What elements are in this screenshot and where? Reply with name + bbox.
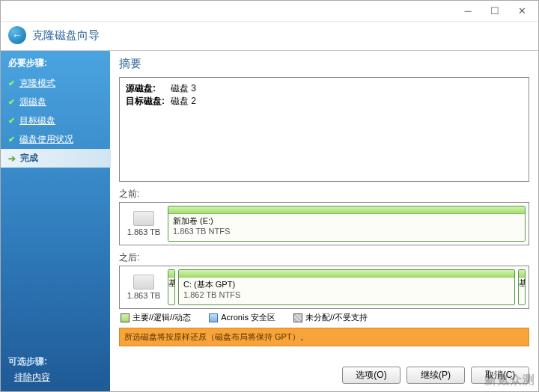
partition-usage-bar — [179, 270, 514, 278]
gpt-notice: 所选磁盘将按原样还原（磁盘布局将保持 GPT）。 — [119, 328, 529, 346]
after-label: 之后: — [119, 251, 529, 264]
cancel-button[interactable]: 取消(C) — [471, 367, 529, 384]
check-icon: ✔ — [8, 135, 15, 144]
summary-box: 源磁盘: 磁盘 3 目标磁盘: 磁盘 2 — [119, 77, 529, 182]
step-label: 目标磁盘 — [19, 114, 55, 127]
wizard-title: 克隆磁盘向导 — [32, 28, 100, 43]
summary-title: 摘要 — [119, 57, 529, 71]
header: ← 克隆磁盘向导 — [1, 22, 538, 50]
disk-size: 1.863 TB — [127, 291, 160, 300]
legend-label: Acronis 安全区 — [221, 312, 275, 323]
target-row: 目标磁盘: 磁盘 2 — [126, 95, 523, 108]
check-icon: ✔ — [8, 97, 15, 107]
legend: 主要//逻辑//动态 Acronis 安全区 未分配//不受支持 — [119, 309, 529, 326]
partition-detail: 1.862 TB NTFS — [183, 290, 510, 299]
step-source-disk[interactable]: ✔ 源磁盘 — [1, 93, 110, 111]
continue-button[interactable]: 继续(P) — [406, 367, 465, 384]
partition-usage-bar — [519, 270, 525, 278]
legend-swatch-icon — [121, 313, 130, 322]
partition-body: 基 — [519, 278, 525, 304]
partition-usage-bar — [168, 270, 174, 278]
main-panel: 摘要 源磁盘: 磁盘 3 目标磁盘: 磁盘 2 之前: 1.863 T — [110, 51, 538, 391]
before-disk-layout: 1.863 TB 新加卷 (E:) 1.863 TB NTFS — [119, 202, 529, 245]
partition-before-main[interactable]: 新加卷 (E:) 1.863 TB NTFS — [168, 206, 526, 242]
optional-steps: 可选步骤: 排除内容 — [1, 351, 110, 391]
body: 必要步骤: ✔ 克隆模式 ✔ 源磁盘 ✔ 目标磁盘 ✔ 磁盘使用状况 ➔ 完成 — [1, 50, 538, 391]
back-button[interactable]: ← — [8, 26, 26, 44]
partition-name: 新加卷 (E:) — [173, 215, 520, 227]
legend-label: 主要//逻辑//动态 — [133, 312, 191, 323]
partition-body: C: (基本 GPT) 1.862 TB NTFS — [179, 278, 514, 304]
optional-exclude-link[interactable]: 排除内容 — [8, 371, 103, 384]
sidebar-spacer — [1, 168, 110, 351]
step-label: 克隆模式 — [19, 77, 55, 90]
disk-icon — [133, 211, 154, 226]
step-finish-current: ➔ 完成 — [1, 149, 111, 168]
partition-detail: 1.863 TB NTFS — [173, 227, 520, 236]
source-value: 磁盘 3 — [171, 82, 196, 95]
disk-icon-column: 1.863 TB — [123, 269, 165, 305]
disk-icon-column: 1.863 TB — [123, 206, 165, 242]
main-inner: 摘要 源磁盘: 磁盘 3 目标磁盘: 磁盘 2 之前: 1.863 T — [110, 51, 538, 361]
optional-steps-heading: 可选步骤: — [8, 355, 103, 368]
legend-primary: 主要//逻辑//动态 — [121, 312, 191, 323]
target-label: 目标磁盘: — [126, 95, 171, 108]
sidebar: 必要步骤: ✔ 克隆模式 ✔ 源磁盘 ✔ 目标磁盘 ✔ 磁盘使用状况 ➔ 完成 — [1, 51, 110, 391]
partition-after-small1[interactable]: 基 — [168, 269, 175, 305]
options-button[interactable]: 选项(O) — [342, 367, 401, 384]
partition-body: 新加卷 (E:) 1.863 TB NTFS — [168, 214, 525, 241]
wizard-window: ─ ☐ ✕ ← 克隆磁盘向导 必要步骤: ✔ 克隆模式 ✔ 源磁盘 ✔ 目标磁盘 — [0, 0, 539, 392]
step-label: 磁盘使用状况 — [19, 133, 73, 146]
window-controls: ─ ☐ ✕ — [454, 3, 535, 19]
disk-size: 1.863 TB — [127, 227, 160, 236]
step-clone-mode[interactable]: ✔ 克隆模式 — [1, 74, 110, 93]
titlebar: ─ ☐ ✕ — [1, 1, 538, 22]
legend-label: 未分配//不受支持 — [305, 312, 368, 323]
maximize-button[interactable]: ☐ — [481, 3, 508, 19]
partition-after-small2[interactable]: 基 — [518, 269, 526, 305]
step-label: 完成 — [20, 152, 38, 165]
step-disk-usage[interactable]: ✔ 磁盘使用状况 — [1, 130, 110, 149]
close-button[interactable]: ✕ — [508, 3, 535, 19]
check-icon: ✔ — [8, 79, 15, 88]
footer: 选项(O) 继续(P) 取消(C) — [110, 361, 538, 391]
partition-after-main[interactable]: C: (基本 GPT) 1.862 TB NTFS — [178, 269, 515, 305]
legend-swatch-icon — [209, 313, 218, 322]
after-disk-layout: 1.863 TB 基 C: (基本 GPT) 1.862 TB NTFS — [119, 266, 529, 309]
legend-acronis: Acronis 安全区 — [209, 312, 275, 323]
step-label: 源磁盘 — [19, 96, 46, 108]
required-steps-heading: 必要步骤: — [1, 54, 110, 74]
legend-swatch-icon — [293, 313, 302, 322]
partition-name: C: (基本 GPT) — [183, 279, 510, 290]
target-value: 磁盘 2 — [171, 95, 196, 108]
current-arrow-icon: ➔ — [8, 153, 16, 164]
partition-usage-bar — [168, 206, 525, 214]
back-arrow-icon: ← — [12, 29, 22, 41]
minimize-button[interactable]: ─ — [454, 3, 481, 19]
legend-unallocated: 未分配//不受支持 — [293, 312, 368, 323]
disk-icon — [133, 275, 154, 290]
source-label: 源磁盘: — [126, 82, 171, 95]
step-target-disk[interactable]: ✔ 目标磁盘 — [1, 111, 110, 130]
source-row: 源磁盘: 磁盘 3 — [126, 82, 523, 95]
partition-body: 基 — [168, 278, 174, 304]
before-label: 之前: — [119, 188, 529, 200]
check-icon: ✔ — [8, 116, 15, 126]
